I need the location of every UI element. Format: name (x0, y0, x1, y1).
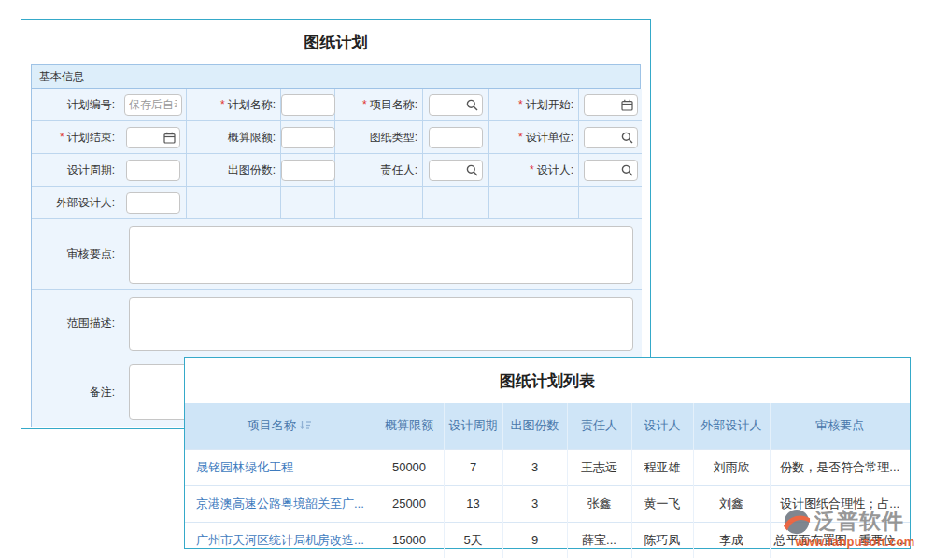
cell-owner: 王志远 (567, 449, 631, 485)
required-star: * (518, 98, 523, 111)
drawing-type-input[interactable] (429, 127, 483, 148)
project-name-cell (423, 89, 489, 121)
empty-cell (335, 187, 423, 219)
cell-designer: 陈巧凤 (631, 522, 693, 558)
cell-copies: 9 (502, 522, 567, 558)
plan-start-label: *计划开始: (489, 89, 579, 121)
cell-budget: 25000 (375, 485, 444, 522)
cell-period: 13 (444, 485, 502, 522)
vendor-watermark: 泛普软件 www.fanpusoft.com (783, 507, 927, 549)
plan-end-label: *计划结束: (32, 121, 120, 154)
design-unit-cell (579, 121, 642, 154)
table-header-row: 项目名称 概算限额 设计周期 出图份数 责任人 设计人 外部设计人 审核要点 (185, 403, 910, 449)
col-header-design-period[interactable]: 设计周期 (444, 403, 502, 449)
owner-label: 责任人: (335, 154, 423, 187)
search-icon[interactable] (621, 132, 633, 144)
form-row-scope-desc: 范围描述: (32, 290, 640, 357)
form-row-2: *计划结束: 概算限额: 图纸类型: *设计单位: (32, 121, 640, 154)
plan-name-label: *计划名称: (187, 89, 281, 121)
budget-limit-input[interactable] (281, 127, 335, 148)
budget-limit-cell (281, 121, 335, 154)
external-designer-input[interactable] (126, 192, 180, 214)
cell-designer: 程亚雄 (631, 449, 693, 485)
plan-name-cell (281, 89, 335, 121)
budget-limit-label: 概算限额: (187, 121, 281, 154)
external-designer-cell (120, 187, 187, 219)
calendar-icon[interactable] (621, 99, 633, 111)
project-link[interactable]: 晟铭园林绿化工程 (185, 449, 375, 485)
col-header-external-designer[interactable]: 外部设计人 (693, 403, 770, 449)
plan-no-input[interactable] (124, 94, 182, 116)
search-icon[interactable] (466, 164, 478, 176)
cell-copies: 3 (502, 485, 567, 522)
design-period-input[interactable] (126, 160, 180, 181)
plan-start-cell (579, 89, 642, 121)
external-designer-label: 外部设计人: (32, 187, 120, 219)
col-header-designer[interactable]: 设计人 (631, 403, 693, 449)
watermark-brand: 泛普软件 (814, 507, 904, 536)
scope-desc-label: 范围描述: (32, 290, 120, 357)
empty-cell (423, 187, 489, 219)
form-row-4: 外部设计人: (32, 187, 640, 219)
basic-info-section-header: 基本信息 (32, 65, 640, 89)
plan-name-input[interactable] (281, 94, 335, 116)
copies-cell (281, 154, 335, 187)
required-star: * (530, 163, 534, 176)
cell-external: 刘雨欣 (693, 449, 770, 485)
copies-label: 出图份数: (187, 154, 281, 187)
cell-period: 5天 (444, 522, 502, 558)
list-window-title: 图纸计划列表 (185, 358, 910, 403)
required-star: * (518, 131, 523, 144)
owner-cell (423, 154, 489, 187)
plan-no-cell (120, 89, 187, 121)
project-link[interactable]: 广州市天河区统计局机房改造... (185, 522, 375, 558)
search-icon[interactable] (621, 164, 633, 176)
remark-label: 备注: (32, 357, 120, 427)
cell-designer: 黄一飞 (631, 485, 693, 522)
table-row: 晟铭园林绿化工程 50000 7 3 王志远 程亚雄 刘雨欣 份数，是否符合常理… (185, 449, 910, 485)
cell-budget: 50000 (375, 449, 444, 485)
designer-cell (579, 154, 642, 187)
col-header-owner[interactable]: 责任人 (567, 403, 631, 449)
col-header-copies[interactable]: 出图份数 (502, 403, 567, 449)
plan-end-cell (120, 121, 187, 154)
watermark-url: www.fanpusoft.com (783, 535, 927, 549)
form-window-title: 图纸计划 (21, 20, 650, 64)
design-period-label: 设计周期: (32, 154, 120, 187)
cell-budget: 15000 (375, 522, 444, 558)
copies-input[interactable] (281, 160, 335, 181)
drawing-type-cell (423, 121, 489, 154)
drawing-type-label: 图纸类型: (335, 121, 423, 154)
cell-period: 7 (444, 449, 502, 485)
designer-label: *设计人: (489, 154, 579, 187)
required-star: * (220, 98, 225, 111)
scope-desc-textarea[interactable] (129, 297, 633, 351)
cell-owner: 薛宝... (567, 522, 631, 558)
plan-no-label: 计划编号: (32, 89, 120, 121)
col-header-budget-limit[interactable]: 概算限额 (375, 403, 444, 449)
design-unit-label: *设计单位: (489, 121, 579, 154)
review-points-cell (120, 219, 642, 290)
empty-cell (489, 187, 579, 219)
project-link[interactable]: 京港澳高速公路粤境韶关至广... (185, 485, 375, 522)
required-star: * (362, 98, 367, 111)
cell-external: 刘鑫 (693, 485, 770, 522)
project-name-label: *项目名称: (335, 89, 423, 121)
form-row-1: 计划编号: *计划名称: *项目名称: *计划开始: (32, 89, 640, 121)
empty-cell (281, 187, 335, 219)
cell-external: 李成 (693, 522, 770, 558)
form-row-review-points: 审核要点: (32, 219, 640, 290)
col-header-review-points[interactable]: 审核要点 (770, 403, 910, 449)
fanpu-logo-icon (783, 508, 811, 536)
sort-icon[interactable] (300, 420, 312, 430)
cell-review-points: 份数，是否符合常理... (770, 449, 910, 485)
col-header-project-name[interactable]: 项目名称 (185, 403, 375, 449)
form-row-3: 设计周期: 出图份数: 责任人: *设计人: (32, 154, 640, 187)
cell-owner: 张鑫 (567, 485, 631, 522)
review-points-label: 审核要点: (32, 219, 120, 290)
review-points-textarea[interactable] (129, 226, 633, 284)
cell-copies: 3 (502, 449, 567, 485)
search-icon[interactable] (466, 99, 478, 111)
calendar-icon[interactable] (163, 132, 176, 144)
design-period-cell (120, 154, 187, 187)
